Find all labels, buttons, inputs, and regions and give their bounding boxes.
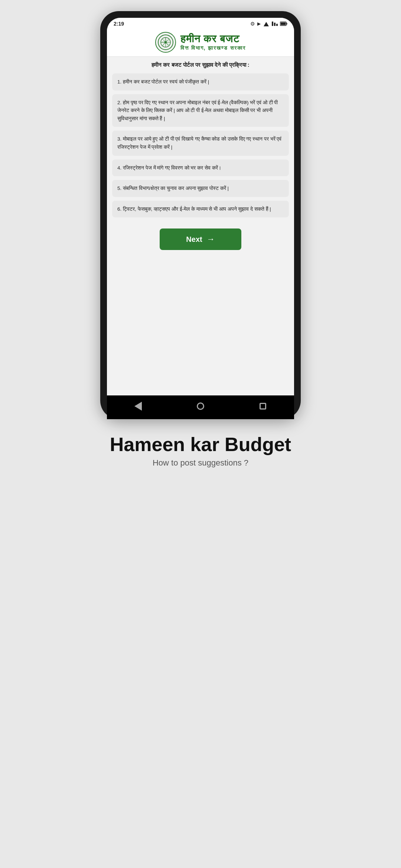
battery-icon — [280, 22, 287, 26]
step-3-card: 3. मोबाइल पर आये हुए ओ टी पी एवं दिखाये … — [112, 131, 289, 155]
play-icon: ▶ — [257, 21, 261, 26]
step-2-text: 2. होम पृष्ठ पर दिए गए स्थान पर अपना मोब… — [117, 100, 278, 121]
app-title: हमीन कर बजट — [180, 33, 240, 45]
step-1-card: 1. हमीन कर बजट पोर्टल पर स्वयं को पंजीकृ… — [112, 73, 289, 91]
next-arrow-icon: → — [207, 234, 215, 244]
step-5-text: 5. संबन्धित विभाग/क्षेत्र का चुनाव कर अप… — [117, 185, 229, 191]
page-content: हमीन कर बजट पोर्टल पर सुझाव देने की प्रक… — [107, 57, 294, 395]
back-icon — [134, 402, 142, 411]
step-5-card: 5. संबन्धित विभाग/क्षेत्र का चुनाव कर अप… — [112, 180, 289, 197]
svg-rect-2 — [274, 23, 276, 26]
logo-emblem — [155, 32, 176, 53]
page-heading: हमीन कर बजट पोर्टल पर सुझाव देने की प्रक… — [112, 62, 289, 68]
settings-icon: ⚙ — [250, 21, 255, 27]
ashoka-wheel-icon — [157, 34, 174, 50]
bottom-caption: Hameen kar Budget How to post suggestion… — [110, 434, 291, 468]
recents-icon — [260, 403, 266, 410]
status-icons: ⚙ ▶ — [250, 21, 287, 27]
status-bar: 2:19 ⚙ ▶ — [107, 18, 294, 28]
nav-home-button[interactable] — [195, 401, 206, 412]
step-3-text: 3. मोबाइल पर आये हुए ओ टी पी एवं दिखाये … — [117, 136, 281, 150]
bottom-nav — [107, 395, 294, 419]
phone-shell: 2:19 ⚙ ▶ — [100, 11, 301, 419]
nav-recents-button[interactable] — [257, 401, 268, 412]
bottom-caption-title: Hameen kar Budget — [110, 434, 291, 455]
app-header: हमीन कर बजट वित्त विभाग, झारखण्ड सरकार — [107, 28, 294, 57]
header-text-block: हमीन कर बजट वित्त विभाग, झारखण्ड सरकार — [180, 33, 246, 51]
step-4-text: 4. रजिस्ट्रेशन पेज में मांगे गए विवरण को… — [117, 165, 221, 171]
wifi-icon — [272, 22, 278, 26]
svg-rect-3 — [276, 24, 278, 26]
svg-rect-5 — [287, 23, 287, 25]
next-button[interactable]: Next → — [160, 228, 241, 250]
signal-icon — [263, 21, 270, 26]
step-2-card: 2. होम पृष्ठ पर दिए गए स्थान पर अपना मोब… — [112, 94, 289, 127]
app-subtitle: वित्त विभाग, झारखण्ड सरकार — [180, 45, 246, 51]
step-1-text: 1. हमीन कर बजट पोर्टल पर स्वयं को पंजीकृ… — [117, 79, 209, 85]
phone-screen: 2:19 ⚙ ▶ — [107, 18, 294, 419]
svg-rect-1 — [272, 22, 273, 26]
nav-back-button[interactable] — [133, 401, 144, 412]
status-time: 2:19 — [114, 21, 124, 27]
step-6-text: 6. ट्विटर, फेसबुक, व्हाट्सएप और ई-मेल के… — [117, 206, 271, 212]
step-4-card: 4. रजिस्ट्रेशन पेज में मांगे गए विवरण को… — [112, 160, 289, 177]
home-icon — [197, 402, 204, 410]
bottom-caption-subtitle: How to post suggestions ? — [110, 458, 291, 468]
next-button-label: Next — [186, 235, 202, 244]
step-6-card: 6. ट्विटर, फेसबुक, व्हाट्सएप और ई-मेल के… — [112, 201, 289, 218]
svg-marker-0 — [264, 22, 269, 26]
svg-rect-6 — [281, 23, 286, 25]
